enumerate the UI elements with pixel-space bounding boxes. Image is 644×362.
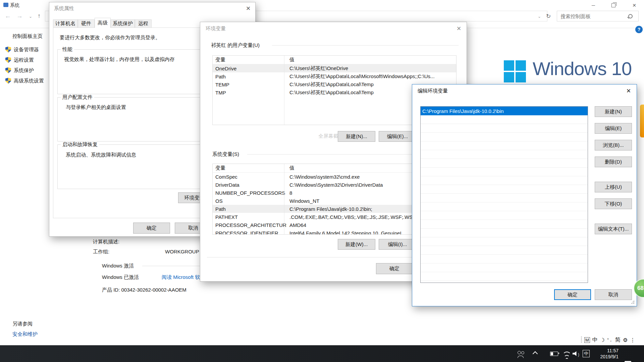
- tab-system-protection[interactable]: 系统保护: [111, 19, 135, 28]
- volume-icon[interactable]: ): [573, 351, 579, 357]
- uac-shield-icon: [5, 57, 11, 63]
- column-divider[interactable]: [284, 56, 284, 125]
- tray-date: 2019/9/1: [594, 354, 619, 360]
- system-variables-group-label: 系统变量(S): [212, 151, 239, 158]
- user-variables-group-label: 祁英红 的用户变量(U): [211, 42, 260, 49]
- var-name: TMP: [213, 90, 287, 96]
- computer-desc-label: 计算机描述:: [93, 239, 119, 245]
- editdlg-cancel-button[interactable]: 取消: [595, 289, 632, 300]
- sidebar-item-label: 高级系统设置: [14, 78, 44, 84]
- var-name: TEMP: [213, 82, 287, 87]
- window-title: 系统: [10, 2, 19, 8]
- search-box[interactable]: [557, 11, 639, 21]
- table-header[interactable]: 变量 值: [213, 56, 456, 64]
- edit-entry-button[interactable]: 编辑(E): [595, 123, 632, 134]
- nav-dropdown-icon[interactable]: ⌄: [29, 14, 32, 19]
- table-row[interactable]: Path C:\Users\祁英红\AppData\Local\Microsof…: [213, 72, 456, 80]
- ime-indicator[interactable]: 中: [583, 350, 590, 357]
- minimize-button-icon[interactable]: ─: [591, 3, 596, 8]
- var-name: Path: [213, 74, 287, 79]
- sidebar-item-remote-settings[interactable]: 远程设置: [5, 56, 34, 64]
- restore-button-icon-back: [613, 2, 616, 6]
- help-icon[interactable]: ?: [635, 26, 643, 33]
- forward-icon[interactable]: →: [16, 12, 23, 20]
- performance-label: 性能: [61, 46, 74, 53]
- var-name: PROCESSOR_ARCHITECTURE: [213, 222, 287, 228]
- var-value: C:\Users\祁英红\OneDrive: [287, 65, 456, 72]
- sidebar-item-system-protection[interactable]: 系统保护: [5, 67, 34, 74]
- people-button[interactable]: [518, 350, 524, 358]
- sysprops-title: 系统属性: [54, 5, 74, 12]
- table-row[interactable]: OneDrive C:\Users\祁英红\OneDrive: [213, 64, 456, 72]
- path-entries-listbox[interactable]: C:\Program Files\Java\jdk-10.0.2\bin: [420, 106, 588, 283]
- edit-env-variable-dialog: 编辑环境变量 ✕ C:\Program Files\Java\jdk-10.0.…: [412, 84, 637, 306]
- var-name: Path: [213, 206, 287, 212]
- system-window-icon: [3, 3, 8, 7]
- var-name: OS: [213, 198, 287, 204]
- sidebar-item-label: 远程设置: [14, 57, 34, 63]
- ime-settings-gear-icon[interactable]: ⚙: [623, 337, 628, 343]
- wifi-icon[interactable]: [563, 354, 571, 360]
- startup-label: 启动和故障恢复: [61, 141, 99, 148]
- uac-shield-icon: [5, 47, 11, 53]
- tab-hardware[interactable]: 硬件: [78, 19, 95, 28]
- delete-button[interactable]: 删除(D): [595, 157, 632, 167]
- profile-desc: 与登录帐户相关的桌面设置: [66, 104, 126, 111]
- ime-more-icon[interactable]: ⋮: [630, 337, 635, 343]
- clock[interactable]: 11:57 2019/9/1: [594, 348, 619, 360]
- sysprops-ok-button[interactable]: 确定: [133, 223, 170, 234]
- selected-path-entry[interactable]: C:\Program Files\Java\jdk-10.0.2\bin: [421, 107, 588, 115]
- product-id: 产品 ID: 00342-30262-00002-AAOEM: [102, 287, 186, 293]
- up-icon[interactable]: ↑: [38, 12, 41, 19]
- browse-button[interactable]: 浏览(B)...: [595, 140, 632, 150]
- search-icon[interactable]: [628, 14, 633, 18]
- var-name: OneDrive: [213, 66, 287, 71]
- workgroup-label: 工作组:: [93, 249, 109, 255]
- profile-label: 用户配置文件: [61, 94, 94, 101]
- move-down-button[interactable]: 下移(O): [595, 198, 632, 209]
- address-dropdown-icon[interactable]: ⌄: [538, 14, 541, 19]
- tab-computer-name[interactable]: 计算机名: [53, 19, 78, 28]
- language-bar[interactable]: M 中 ☽ °， 简 ⚙ ⋮: [579, 335, 644, 345]
- user-edit-button[interactable]: 编辑(E)...: [379, 131, 416, 142]
- column-value[interactable]: 值: [287, 57, 456, 63]
- envdlg-ok-button[interactable]: 确定: [376, 263, 413, 274]
- tab-advanced[interactable]: 高级: [95, 18, 111, 28]
- sysprops-close-icon[interactable]: ✕: [246, 5, 251, 12]
- edit-text-button[interactable]: 编辑文本(T)...: [595, 224, 632, 234]
- battery-icon[interactable]: [550, 352, 558, 356]
- ime-mode-icon[interactable]: M: [584, 337, 590, 343]
- column-divider[interactable]: [284, 164, 284, 235]
- var-name: ComSpec: [213, 174, 287, 180]
- new-entry-button[interactable]: 新建(N): [595, 106, 632, 117]
- var-value: C:\Users\祁英红\AppData\Local\Microsoft\Win…: [287, 73, 456, 80]
- search-input[interactable]: [560, 12, 628, 21]
- sidebar-home[interactable]: 控制面板主页: [12, 33, 43, 40]
- security-maintenance-link[interactable]: 安全和维护: [12, 331, 38, 338]
- envdlg-close-icon[interactable]: ✕: [457, 25, 461, 32]
- ime-punctuation-icon[interactable]: °，: [607, 337, 613, 343]
- ime-chinese-icon[interactable]: 中: [592, 337, 598, 344]
- user-new-button[interactable]: 新建(N)...: [338, 131, 375, 142]
- ime-fullwidth-icon[interactable]: ☽: [600, 337, 605, 343]
- resize-grip[interactable]: [631, 301, 634, 304]
- windows-logo-icon: [504, 60, 526, 82]
- sys-new-button[interactable]: 新建(W)...: [338, 239, 375, 250]
- sidebar-item-device-manager[interactable]: 设备管理器: [5, 46, 39, 53]
- move-up-button[interactable]: 上移(U): [595, 182, 632, 192]
- editdlg-close-icon[interactable]: ✕: [626, 87, 631, 95]
- langbar-drag-handle-icon[interactable]: [581, 337, 582, 343]
- back-icon[interactable]: ←: [5, 12, 11, 20]
- column-variable[interactable]: 变量: [213, 57, 287, 63]
- sidebar-item-advanced-settings[interactable]: 高级系统设置: [5, 77, 44, 84]
- hidden-panel-tab[interactable]: [640, 105, 644, 137]
- column-variable[interactable]: 变量: [213, 165, 287, 171]
- close-button-icon[interactable]: ✕: [632, 3, 637, 8]
- sys-edit-button[interactable]: 编辑(I)...: [379, 239, 416, 250]
- editdlg-ok-button[interactable]: 确定: [554, 289, 591, 300]
- ime-simplified-icon[interactable]: 简: [615, 337, 621, 344]
- refresh-icon[interactable]: ↻: [546, 13, 551, 20]
- workgroup-value: WORKGROUP: [165, 249, 199, 254]
- screen: 系统 ─ ✕ ← → ⌄ ↑ ⌄ ↻ ? 控制面板主页 设备管理器 远程设置 系…: [0, 0, 644, 362]
- tab-remote[interactable]: 远程: [135, 19, 152, 28]
